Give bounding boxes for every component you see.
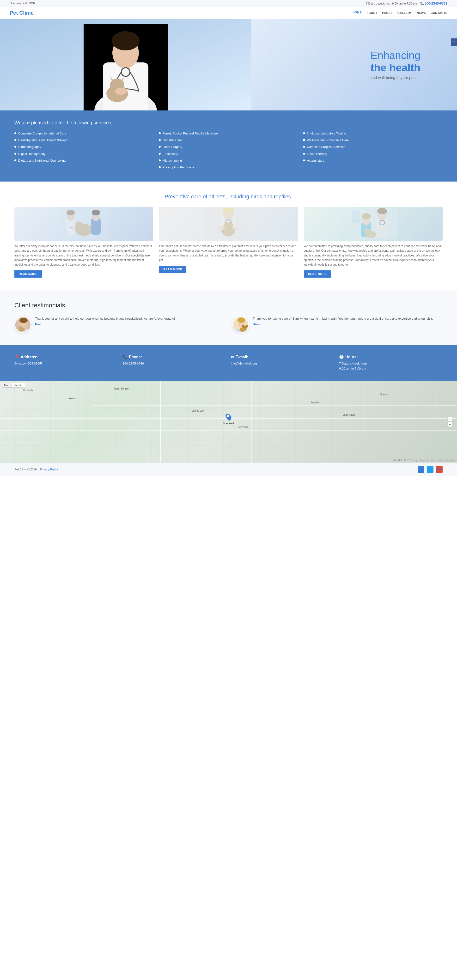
map-road-v2 xyxy=(252,381,252,463)
list-item: Dentistry and Digital Dental X-Rays xyxy=(14,138,154,142)
bullet-icon xyxy=(303,159,305,161)
bullet-icon xyxy=(303,139,305,141)
nav-home[interactable]: HOME xyxy=(352,11,361,15)
testimonials-heading: Client testimonials xyxy=(14,302,443,309)
bullet-icon xyxy=(303,146,305,148)
nav-about[interactable]: ABOUT xyxy=(366,11,377,15)
phone-icon: 📞 xyxy=(123,355,127,359)
footer-contact: 📍 Address: Glasgow D04 89GR 📞 Phone: 800… xyxy=(0,345,457,381)
testimonial-avatar-1 xyxy=(14,316,31,333)
preventive-heading: Preventive care of all pets, including b… xyxy=(14,194,443,200)
map-controls[interactable]: + − xyxy=(447,417,452,427)
bullet-icon xyxy=(159,166,161,168)
map-type-map[interactable]: Map xyxy=(2,383,11,388)
map-city-label: Newark xyxy=(68,397,76,400)
map-city-label: Brooklyn xyxy=(311,401,320,404)
card-image-2 xyxy=(159,207,298,240)
footer-address: 📍 Address: Glasgow D04 89GR xyxy=(14,355,118,371)
bottom-footer: Pet Clinic © 2016 Privacy Policy f t G+ xyxy=(0,463,457,476)
list-item: Geriatric Care xyxy=(159,138,298,142)
card-3: We are committed to providing comprehens… xyxy=(304,207,443,278)
nav-pages[interactable]: PAGES xyxy=(382,11,393,15)
email-label: E-mail: xyxy=(236,355,248,359)
services-heading: We are pleased to offer the following se… xyxy=(14,120,443,126)
bullet-icon xyxy=(159,132,161,134)
map-city-label: Long Island xyxy=(343,414,355,416)
list-item: Wellness and Preventive Care xyxy=(303,138,443,142)
list-item: Prescription Pet Foods xyxy=(159,165,298,170)
svg-point-50 xyxy=(19,318,28,323)
hero-section: Enhancing the health and well-being of y… xyxy=(0,19,457,110)
testimonial-1: Thank you for all you did to help our do… xyxy=(14,316,225,333)
site-logo[interactable]: Pet Clinic xyxy=(10,10,33,16)
avatar-illustration-1 xyxy=(15,317,31,333)
list-item: In-House Laboratory Testing xyxy=(303,131,443,136)
map-type-toggle[interactable]: Map Satellite xyxy=(2,383,25,388)
services-col-2: Ferret, Pocket Pet and Reptile Medicine … xyxy=(159,131,298,172)
footer-phone: 📞 Phone: 800-2345-6789 xyxy=(123,355,226,371)
list-item: Complete Surgical Services xyxy=(303,145,443,149)
svg-point-44 xyxy=(365,229,371,235)
nav-news[interactable]: NEWS xyxy=(417,11,426,15)
svg-point-16 xyxy=(67,210,75,215)
bullet-icon xyxy=(159,159,161,161)
testimonial-1-content: Thank you for all you did to help our do… xyxy=(35,316,175,326)
map-type-satellite[interactable]: Satellite xyxy=(11,383,25,388)
map-marker: New York xyxy=(223,414,234,425)
marker-dot xyxy=(226,414,229,418)
address-value: Glasgow D04 89GR xyxy=(14,361,118,366)
address-label: Address: xyxy=(21,355,37,359)
footer-email: ✉ E-mail: info@demolink.org xyxy=(231,355,334,371)
bullet-icon xyxy=(159,146,161,148)
card-2-read-more[interactable]: READ MORE xyxy=(159,266,186,273)
card-3-read-more[interactable]: READ MORE xyxy=(304,270,331,278)
list-item: Laser Surgery xyxy=(159,145,298,149)
map-section: Newark Jersey City New York Brooklyn Lon… xyxy=(0,381,457,463)
svg-point-4 xyxy=(111,31,140,51)
list-item: Laser Therapy xyxy=(303,152,443,156)
map-attribution: Map Data ©2016 Google Terms of Use Repor… xyxy=(393,459,455,461)
clock-icon: 🕐 xyxy=(339,355,344,359)
hero-image-bg xyxy=(0,19,252,110)
facebook-badge[interactable]: f xyxy=(451,38,457,46)
hero-line3: and well-being of your pets xyxy=(371,76,420,80)
card-illustration-2 xyxy=(204,208,252,239)
map-road-v3 xyxy=(320,381,320,463)
testimonials-row: Thank you for all you did to help our do… xyxy=(14,316,443,333)
zoom-in-button[interactable]: + xyxy=(447,417,452,422)
marker-pin xyxy=(225,413,233,421)
nav-gallery[interactable]: GALLERY xyxy=(397,11,412,15)
card-1-text: We offer specialty medicine for pets. In… xyxy=(14,244,153,267)
top-bar: Glasgow D04 89GR 7 Days a week from 9:00… xyxy=(0,0,457,7)
facebook-social-link[interactable]: f xyxy=(417,466,424,473)
svg-point-19 xyxy=(92,210,100,215)
privacy-policy-link[interactable]: Privacy Policy xyxy=(40,468,58,471)
svg-point-53 xyxy=(19,326,22,330)
svg-rect-2 xyxy=(103,62,148,110)
map-city-label: New York xyxy=(238,426,248,428)
svg-point-56 xyxy=(237,317,245,323)
card-3-text: We are committed to providing comprehens… xyxy=(304,244,443,267)
list-item: Ultrasonography xyxy=(14,145,154,149)
hero-text: Enhancing the health and well-being of y… xyxy=(371,49,420,80)
email-value: info@demolink.org xyxy=(231,361,334,366)
googleplus-social-link[interactable]: G+ xyxy=(436,466,443,473)
phone-label: Phone: xyxy=(129,355,142,359)
twitter-social-link[interactable]: t xyxy=(427,466,433,473)
footer-copyright: Pet Clinic © 2016 Privacy Policy xyxy=(14,468,58,471)
card-1-read-more[interactable]: READ MORE xyxy=(14,270,42,278)
services-section: We are pleased to offer the following se… xyxy=(0,110,457,181)
location-text: Glasgow D04 89GR xyxy=(10,2,35,5)
phone-icon: 📞 xyxy=(420,2,424,5)
bullet-icon xyxy=(303,132,305,134)
hero-line2: the health xyxy=(371,62,420,73)
map-road-v1 xyxy=(160,381,161,463)
list-item: Acupuncture xyxy=(303,159,443,163)
social-icons: f t G+ xyxy=(417,466,443,473)
footer-hours: 🕐 Hours: 7 Days a week from9:00 am to 7:… xyxy=(339,355,443,371)
zoom-out-button[interactable]: − xyxy=(447,422,452,427)
map-city-label: Elizabeth xyxy=(23,389,33,392)
avatar-illustration-2 xyxy=(233,317,249,333)
nav-contacts[interactable]: CONTACTS xyxy=(431,11,447,15)
cards-row: We offer specialty medicine for pets. In… xyxy=(14,207,443,278)
